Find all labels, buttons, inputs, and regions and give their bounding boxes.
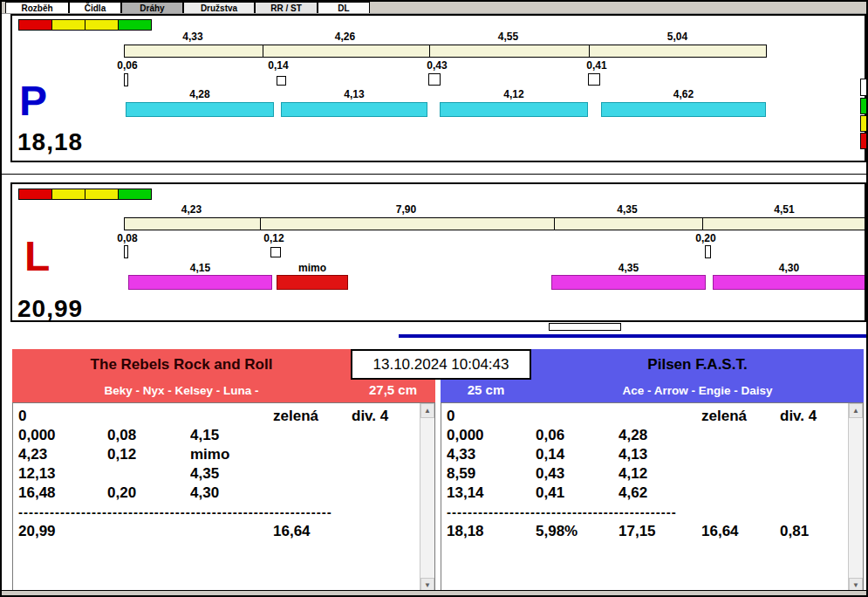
result-cell: 4,62	[619, 484, 701, 503]
result-row: 12,134,35	[18, 464, 415, 484]
result-row: 0,0000,084,15	[18, 426, 415, 445]
result-cell: 0,41	[536, 484, 619, 503]
result-cell: 0,14	[536, 445, 619, 464]
split-time: 4,35	[553, 203, 701, 216]
result-row: 4,230,12mimo	[18, 445, 415, 464]
result-cell: 4,33	[447, 445, 536, 464]
result-cell	[780, 445, 844, 464]
team-left-height: 27,5 cm	[351, 378, 435, 401]
edge-light-yellow-icon	[860, 115, 868, 132]
window-bottom-edge	[2, 590, 866, 595]
tab-cidla[interactable]: Čidla	[69, 2, 121, 14]
result-cell	[190, 407, 273, 426]
dog-fault-bar	[277, 275, 348, 290]
result-cell	[273, 445, 352, 464]
start-light-red-icon	[18, 189, 52, 200]
timeline-bar	[399, 334, 868, 338]
result-cell: 16,64	[273, 522, 352, 541]
scrollbar[interactable]: ▲ ▼	[848, 403, 863, 593]
split-time: 4,33	[124, 31, 262, 43]
result-cell	[780, 426, 844, 445]
segment-tick	[260, 218, 261, 230]
result-cell: 12,13	[18, 464, 107, 484]
result-cell: 16,64	[701, 522, 780, 541]
dog-run-bar	[126, 102, 274, 117]
tab-rozbeh[interactable]: Rozběh	[5, 2, 69, 14]
result-cell: 16,48	[18, 484, 107, 503]
scrollbar[interactable]: ▲ ▼	[420, 403, 434, 593]
dog-run-bar	[440, 102, 588, 117]
lane-panel-p: 4,33 4,26 4,55 5,04 0,06 0,14 0,43 0,41 …	[10, 14, 866, 162]
result-row: 13,140,414,62	[447, 484, 844, 503]
split-time: 4,23	[124, 203, 259, 216]
results-totals-row: 20,9916,64	[18, 522, 415, 541]
result-row: 16,480,204,30	[18, 484, 415, 503]
scroll-up-button[interactable]: ▲	[420, 403, 434, 418]
tab-drahy[interactable]: Dráhy	[121, 2, 183, 14]
result-cell: mimo	[190, 445, 273, 464]
result-cell: 17,15	[619, 522, 701, 541]
result-cell: 13,14	[447, 484, 536, 503]
result-row: 8,590,434,12	[447, 464, 844, 484]
result-cell: 20,99	[18, 522, 107, 541]
dog-run-bar	[713, 275, 865, 290]
result-cell: 0,20	[107, 484, 190, 503]
result-cell: 18,18	[447, 522, 536, 541]
team-right-results: 0zelenádiv. 4 0,0000,064,28 4,330,144,13…	[441, 402, 864, 594]
result-cell: 0,06	[536, 426, 619, 445]
result-cell: 0,12	[107, 445, 190, 464]
result-cell	[273, 464, 352, 484]
result-cell	[273, 484, 352, 503]
tab-dl[interactable]: DL	[318, 2, 370, 14]
crossing-checkbox[interactable]	[428, 73, 441, 86]
dog-time: 4,62	[601, 88, 766, 100]
dog-run-bar	[281, 102, 427, 117]
crossing-marker	[705, 245, 711, 258]
crossing-time: 0,06	[110, 59, 145, 72]
crossing-time: 0,20	[688, 232, 723, 244]
lane-letter-l: L	[24, 236, 50, 278]
crossing-checkbox[interactable]	[270, 247, 281, 257]
result-cell: 4,35	[190, 464, 273, 484]
split-time: 4,51	[701, 203, 866, 216]
scroll-up-button[interactable]: ▲	[849, 403, 863, 418]
tab-druzstva[interactable]: Družstva	[183, 2, 255, 14]
crossing-time: 0,08	[110, 232, 145, 244]
tab-rr-st[interactable]: RR / ST	[255, 2, 318, 14]
crossing-time: 0,12	[256, 232, 291, 244]
scroll-down-icon: ▼	[424, 581, 431, 589]
dog-time: 4,15	[128, 262, 272, 274]
app-window: Rozběh Čidla Dráhy Družstva RR / ST DL 4…	[0, 0, 868, 597]
result-cell	[536, 407, 619, 426]
result-cell	[352, 484, 415, 503]
result-cell	[190, 522, 273, 541]
lane-panel-l: 4,23 7,90 4,35 4,51 0,08 0,12 0,20 L 4,1…	[10, 182, 866, 322]
team-right-height: 25 cm	[441, 378, 531, 401]
result-cell	[352, 426, 415, 445]
result-cell: 0	[18, 407, 107, 426]
run-timeline-bar-p	[124, 45, 767, 58]
result-cell: 0,08	[107, 426, 190, 445]
result-cell: 4,15	[190, 426, 273, 445]
result-cell: 0,43	[536, 464, 619, 484]
dog-run-bar	[601, 102, 766, 117]
start-light-green-icon	[118, 19, 152, 31]
dog-time: 4,12	[440, 88, 588, 100]
result-cell	[352, 464, 415, 484]
crossing-checkbox[interactable]	[588, 73, 600, 86]
panel-divider-line	[2, 174, 868, 175]
crossing-checkbox[interactable]	[277, 76, 286, 86]
team-right-dogs: Ace - Arrow - Engie - Daisy	[531, 380, 864, 401]
split-time: 4,26	[262, 31, 428, 43]
start-light-yellow2-icon	[85, 189, 119, 200]
result-cell: 5,98%	[536, 522, 619, 541]
segment-tick	[702, 218, 703, 230]
lane-total-p: 18,18	[17, 128, 83, 156]
result-row: 0,0000,064,28	[447, 426, 844, 445]
result-row: 0zelenádiv. 4	[447, 407, 844, 426]
dog-time: 4,13	[281, 88, 427, 100]
result-cell	[107, 464, 190, 484]
result-cell	[352, 445, 415, 464]
result-cell	[701, 484, 780, 503]
split-time: 4,55	[428, 31, 588, 43]
